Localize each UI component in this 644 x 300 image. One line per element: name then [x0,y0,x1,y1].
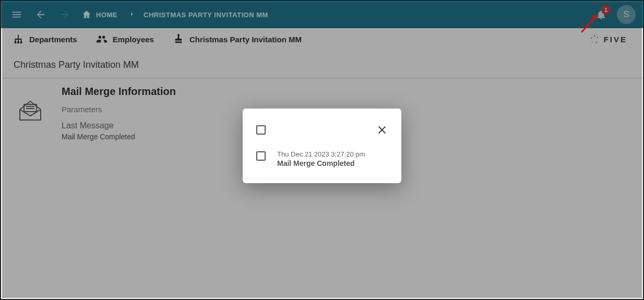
select-all-checkbox[interactable] [256,125,266,135]
close-button[interactable] [376,124,388,136]
close-icon [376,124,388,136]
notification-message: Mail Merge Completed [277,159,365,167]
notification-timestamp: Thu Dec 21 2023 3:27:20 pm [277,150,365,158]
notifications-modal: Thu Dec 21 2023 3:27:20 pm Mail Merge Co… [243,109,401,183]
notification-item[interactable]: Thu Dec 21 2023 3:27:20 pm Mail Merge Co… [256,150,388,167]
notification-checkbox[interactable] [256,151,266,161]
